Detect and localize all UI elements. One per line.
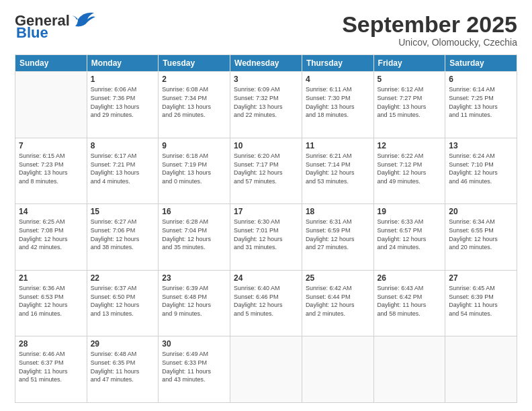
day-number: 16 — [162, 207, 226, 216]
day-number: 20 — [449, 207, 513, 216]
table-row: 30Sunrise: 6:49 AM Sunset: 6:33 PM Dayli… — [159, 336, 230, 403]
day-number: 17 — [234, 207, 298, 216]
title-section: September 2025 Unicov, Olomoucky, Czechi… — [342, 12, 517, 48]
day-info: Sunrise: 6:43 AM Sunset: 6:42 PM Dayligh… — [378, 284, 442, 318]
day-info: Sunrise: 6:39 AM Sunset: 6:48 PM Dayligh… — [162, 284, 226, 318]
table-row: 4Sunrise: 6:11 AM Sunset: 7:30 PM Daylig… — [302, 72, 373, 138]
day-info: Sunrise: 6:40 AM Sunset: 6:46 PM Dayligh… — [234, 284, 298, 318]
col-monday: Monday — [87, 55, 159, 72]
table-row: 9Sunrise: 6:18 AM Sunset: 7:19 PM Daylig… — [159, 138, 230, 204]
day-info: Sunrise: 6:49 AM Sunset: 6:33 PM Dayligh… — [162, 350, 226, 383]
day-number: 24 — [234, 273, 298, 283]
table-row: 20Sunrise: 6:34 AM Sunset: 6:55 PM Dayli… — [445, 204, 517, 271]
table-row: 3Sunrise: 6:09 AM Sunset: 7:32 PM Daylig… — [230, 72, 302, 138]
day-number: 4 — [306, 75, 370, 84]
table-row — [15, 72, 87, 138]
day-number: 9 — [162, 141, 226, 150]
calendar-table: Sunday Monday Tuesday Wednesday Thursday… — [15, 54, 517, 403]
day-number: 7 — [19, 141, 83, 150]
day-info: Sunrise: 6:31 AM Sunset: 6:59 PM Dayligh… — [306, 218, 370, 251]
day-info: Sunrise: 6:42 AM Sunset: 6:44 PM Dayligh… — [306, 284, 370, 318]
day-info: Sunrise: 6:30 AM Sunset: 7:01 PM Dayligh… — [234, 218, 298, 251]
table-row: 1Sunrise: 6:06 AM Sunset: 7:36 PM Daylig… — [87, 72, 159, 138]
table-row: 5Sunrise: 6:12 AM Sunset: 7:27 PM Daylig… — [373, 72, 445, 138]
table-row: 13Sunrise: 6:24 AM Sunset: 7:10 PM Dayli… — [445, 138, 517, 204]
table-row: 2Sunrise: 6:08 AM Sunset: 7:34 PM Daylig… — [159, 72, 230, 138]
col-sunday: Sunday — [15, 55, 87, 72]
day-info: Sunrise: 6:21 AM Sunset: 7:14 PM Dayligh… — [306, 152, 370, 185]
day-info: Sunrise: 6:33 AM Sunset: 6:57 PM Dayligh… — [378, 218, 442, 251]
table-row: 28Sunrise: 6:46 AM Sunset: 6:37 PM Dayli… — [15, 336, 87, 403]
table-row: 7Sunrise: 6:15 AM Sunset: 7:23 PM Daylig… — [15, 138, 87, 204]
logo-bird-icon — [71, 10, 95, 29]
day-info: Sunrise: 6:45 AM Sunset: 6:39 PM Dayligh… — [449, 284, 513, 318]
day-info: Sunrise: 6:14 AM Sunset: 7:25 PM Dayligh… — [449, 85, 513, 119]
table-row: 22Sunrise: 6:37 AM Sunset: 6:50 PM Dayli… — [87, 270, 159, 336]
day-number: 26 — [378, 273, 442, 283]
calendar-header-row: Sunday Monday Tuesday Wednesday Thursday… — [15, 55, 517, 72]
day-number: 18 — [306, 207, 370, 216]
table-row — [230, 336, 302, 403]
table-row: 25Sunrise: 6:42 AM Sunset: 6:44 PM Dayli… — [302, 270, 373, 336]
table-row: 23Sunrise: 6:39 AM Sunset: 6:48 PM Dayli… — [159, 270, 230, 336]
table-row: 15Sunrise: 6:27 AM Sunset: 7:06 PM Dayli… — [87, 204, 159, 271]
table-row: 19Sunrise: 6:33 AM Sunset: 6:57 PM Dayli… — [373, 204, 445, 271]
day-number: 28 — [19, 339, 83, 349]
table-row: 26Sunrise: 6:43 AM Sunset: 6:42 PM Dayli… — [373, 270, 445, 336]
calendar-week-row: 7Sunrise: 6:15 AM Sunset: 7:23 PM Daylig… — [15, 138, 517, 204]
day-info: Sunrise: 6:37 AM Sunset: 6:50 PM Dayligh… — [91, 284, 155, 318]
table-row: 21Sunrise: 6:36 AM Sunset: 6:53 PM Dayli… — [15, 270, 87, 336]
table-row: 11Sunrise: 6:21 AM Sunset: 7:14 PM Dayli… — [302, 138, 373, 204]
day-number: 29 — [91, 339, 155, 349]
day-number: 27 — [449, 273, 513, 283]
day-number: 23 — [162, 273, 226, 283]
col-tuesday: Tuesday — [159, 55, 230, 72]
day-info: Sunrise: 6:48 AM Sunset: 6:35 PM Dayligh… — [91, 350, 155, 383]
table-row: 18Sunrise: 6:31 AM Sunset: 6:59 PM Dayli… — [302, 204, 373, 271]
day-number: 25 — [306, 273, 370, 283]
table-row: 27Sunrise: 6:45 AM Sunset: 6:39 PM Dayli… — [445, 270, 517, 336]
day-info: Sunrise: 6:06 AM Sunset: 7:36 PM Dayligh… — [91, 85, 155, 119]
table-row: 14Sunrise: 6:25 AM Sunset: 7:08 PM Dayli… — [15, 204, 87, 271]
col-saturday: Saturday — [445, 55, 517, 72]
day-number: 3 — [234, 75, 298, 84]
day-info: Sunrise: 6:36 AM Sunset: 6:53 PM Dayligh… — [19, 284, 83, 318]
table-row — [445, 336, 517, 403]
month-title: September 2025 — [342, 12, 517, 37]
table-row: 6Sunrise: 6:14 AM Sunset: 7:25 PM Daylig… — [445, 72, 517, 138]
day-info: Sunrise: 6:17 AM Sunset: 7:21 PM Dayligh… — [91, 152, 155, 185]
day-number: 10 — [234, 141, 298, 150]
day-number: 13 — [449, 141, 513, 150]
day-number: 2 — [162, 75, 226, 84]
calendar-week-row: 1Sunrise: 6:06 AM Sunset: 7:36 PM Daylig… — [15, 72, 517, 138]
page: General Blue September 2025 Unicov, Olom… — [0, 0, 532, 411]
calendar-week-row: 28Sunrise: 6:46 AM Sunset: 6:37 PM Dayli… — [15, 336, 517, 403]
day-info: Sunrise: 6:15 AM Sunset: 7:23 PM Dayligh… — [19, 152, 83, 185]
day-number: 1 — [91, 75, 155, 84]
day-info: Sunrise: 6:25 AM Sunset: 7:08 PM Dayligh… — [19, 218, 83, 251]
table-row: 12Sunrise: 6:22 AM Sunset: 7:12 PM Dayli… — [373, 138, 445, 204]
location-subtitle: Unicov, Olomoucky, Czechia — [342, 37, 517, 48]
table-row: 17Sunrise: 6:30 AM Sunset: 7:01 PM Dayli… — [230, 204, 302, 271]
logo-blue-text: Blue — [16, 24, 48, 42]
day-number: 30 — [162, 339, 226, 349]
calendar-week-row: 14Sunrise: 6:25 AM Sunset: 7:08 PM Dayli… — [15, 204, 517, 271]
day-number: 15 — [91, 207, 155, 216]
day-number: 19 — [378, 207, 442, 216]
day-info: Sunrise: 6:28 AM Sunset: 7:04 PM Dayligh… — [162, 218, 226, 251]
day-info: Sunrise: 6:12 AM Sunset: 7:27 PM Dayligh… — [378, 85, 442, 119]
day-number: 6 — [449, 75, 513, 84]
table-row: 29Sunrise: 6:48 AM Sunset: 6:35 PM Dayli… — [87, 336, 159, 403]
day-info: Sunrise: 6:24 AM Sunset: 7:10 PM Dayligh… — [449, 152, 513, 185]
day-info: Sunrise: 6:27 AM Sunset: 7:06 PM Dayligh… — [91, 218, 155, 251]
table-row: 16Sunrise: 6:28 AM Sunset: 7:04 PM Dayli… — [159, 204, 230, 271]
day-info: Sunrise: 6:18 AM Sunset: 7:19 PM Dayligh… — [162, 152, 226, 185]
day-number: 5 — [378, 75, 442, 84]
header: General Blue September 2025 Unicov, Olom… — [15, 12, 517, 48]
day-number: 21 — [19, 273, 83, 283]
day-number: 11 — [306, 141, 370, 150]
day-info: Sunrise: 6:08 AM Sunset: 7:34 PM Dayligh… — [162, 85, 226, 119]
calendar-week-row: 21Sunrise: 6:36 AM Sunset: 6:53 PM Dayli… — [15, 270, 517, 336]
day-info: Sunrise: 6:34 AM Sunset: 6:55 PM Dayligh… — [449, 218, 513, 251]
day-number: 22 — [91, 273, 155, 283]
